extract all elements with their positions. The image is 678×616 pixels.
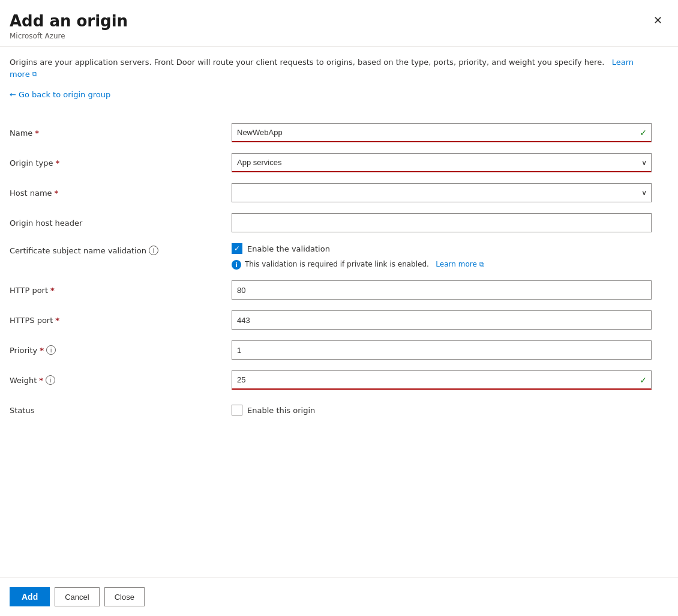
origin-type-field-row: Origin type * App services Storage Cloud… [10, 153, 664, 172]
http-port-label: HTTP port * [10, 286, 232, 295]
name-label: Name * [10, 128, 232, 137]
back-arrow-icon: ← [10, 90, 16, 99]
panel-content: Origins are your application servers. Fr… [0, 47, 678, 577]
close-button[interactable]: Close [104, 587, 145, 606]
cancel-button[interactable]: Cancel [55, 587, 99, 606]
weight-input-wrapper: ✓ [232, 370, 652, 390]
status-enable-checkbox[interactable] [232, 405, 242, 415]
priority-control [232, 340, 652, 360]
description-body: Origins are your application servers. Fr… [10, 58, 604, 67]
origin-host-header-input[interactable] [232, 213, 652, 232]
origin-type-control: App services Storage Cloud service Web A… [232, 153, 652, 172]
checkbox-check-icon: ✓ [234, 244, 240, 253]
status-checkbox-row: Enable this origin [232, 405, 652, 415]
origin-form: Name * ✓ Origin type * [10, 123, 664, 420]
name-field-row: Name * ✓ [10, 123, 664, 142]
status-control: Enable this origin [232, 405, 652, 415]
close-panel-button[interactable]: ✕ [648, 11, 667, 30]
priority-field-row: Priority * i [10, 340, 664, 360]
origin-type-dropdown-wrapper: App services Storage Cloud service Web A… [232, 153, 652, 172]
add-origin-panel: Add an origin Microsoft Azure ✕ Origins … [0, 0, 678, 616]
certificate-external-icon: ⧉ [479, 261, 484, 268]
external-link-icon: ⧉ [32, 70, 37, 80]
certificate-validation-label: Certificate subject name validation i [10, 243, 232, 255]
weight-check-icon: ✓ [640, 375, 647, 385]
status-enable-checkbox-label: Enable this origin [247, 406, 315, 415]
http-port-required-star: * [50, 286, 55, 295]
page-subtitle: Microsoft Azure [10, 32, 664, 40]
host-name-field-row: Host name * ∨ [10, 183, 664, 202]
priority-required-star: * [40, 346, 44, 355]
origin-type-label: Origin type * [10, 159, 232, 168]
host-name-select[interactable] [232, 183, 652, 202]
status-field-row: Status Enable this origin [10, 400, 664, 420]
origin-host-header-control [232, 213, 652, 232]
http-port-input[interactable] [232, 280, 652, 300]
weight-field-row: Weight * i ✓ [10, 370, 664, 390]
origin-host-header-field-row: Origin host header [10, 213, 664, 232]
priority-input[interactable] [232, 340, 652, 360]
certificate-info-text: This validation is required if private l… [245, 260, 484, 268]
http-port-field-row: HTTP port * [10, 280, 664, 300]
hostname-dropdown-wrapper: ∨ [232, 183, 652, 202]
certificate-validation-checkbox[interactable]: ✓ [232, 243, 242, 254]
panel-footer: Add Cancel Close [0, 577, 678, 616]
weight-input[interactable] [232, 370, 652, 390]
host-name-required-star: * [55, 189, 59, 198]
name-input-wrapper: ✓ [232, 123, 652, 142]
weight-required-star: * [39, 376, 43, 385]
info-circle-icon: i [232, 260, 241, 270]
certificate-learn-more-link[interactable]: Learn more ⧉ [434, 260, 484, 268]
host-name-label: Host name * [10, 189, 232, 198]
priority-label: Priority * i [10, 345, 232, 355]
page-title: Add an origin [10, 12, 664, 31]
https-port-required-star: * [55, 316, 59, 325]
https-port-label: HTTPS port * [10, 316, 232, 325]
priority-info-icon: i [46, 345, 56, 355]
certificate-checkbox-row: ✓ Enable the validation [232, 243, 652, 254]
description-text: Origins are your application servers. Fr… [10, 56, 646, 80]
https-port-input[interactable] [232, 310, 652, 330]
host-name-control: ∨ [232, 183, 652, 202]
name-required-star: * [35, 128, 39, 137]
status-label: Status [10, 406, 232, 415]
origin-type-select[interactable]: App services Storage Cloud service Web A… [232, 153, 652, 172]
back-to-origin-group-link[interactable]: ← Go back to origin group [10, 90, 110, 99]
weight-info-icon: i [46, 375, 55, 385]
add-button[interactable]: Add [10, 587, 50, 606]
weight-control: ✓ [232, 370, 652, 390]
certificate-info-message: i This validation is required if private… [232, 260, 652, 270]
panel-header: Add an origin Microsoft Azure ✕ [0, 0, 678, 47]
weight-label: Weight * i [10, 375, 232, 385]
name-control: ✓ [232, 123, 652, 142]
certificate-validation-checkbox-label: Enable the validation [247, 244, 330, 253]
https-port-control [232, 310, 652, 330]
name-check-icon: ✓ [640, 128, 647, 137]
http-port-control [232, 280, 652, 300]
name-input[interactable] [232, 123, 652, 142]
certificate-info-icon: i [149, 246, 158, 255]
origin-type-required-star: * [55, 159, 59, 168]
https-port-field-row: HTTPS port * [10, 310, 664, 330]
certificate-validation-control: ✓ Enable the validation i This validatio… [232, 243, 652, 270]
certificate-validation-row: Certificate subject name validation i ✓ … [10, 243, 664, 270]
origin-host-header-label: Origin host header [10, 219, 232, 228]
